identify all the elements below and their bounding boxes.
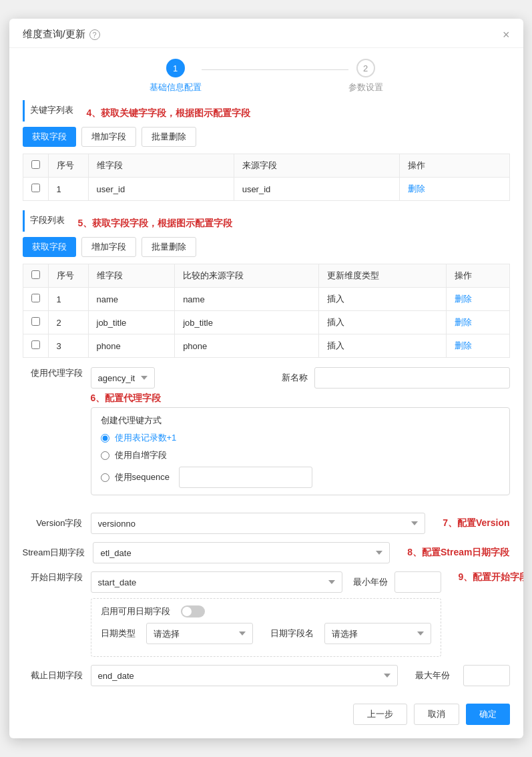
min-year-label: 最小年份: [353, 576, 388, 588]
end-date-label: 截止日期字段: [23, 670, 83, 682]
keyword-select-all[interactable]: [31, 160, 40, 169]
field-col-compare: 比较的来源字段: [175, 264, 318, 288]
keyword-add-button[interactable]: 增加字段: [81, 127, 136, 147]
step-2: 2 参数设置: [348, 59, 383, 93]
step-1-circle: 1: [166, 59, 185, 77]
date-type-select[interactable]: 请选择: [146, 623, 253, 644]
field-fetch-button[interactable]: 获取字段: [23, 237, 76, 257]
start-date-label: 开始日期字段: [23, 571, 83, 583]
max-year-label: 最大年份: [415, 670, 450, 682]
field-row3-delete[interactable]: 删除: [455, 340, 472, 350]
keyword-col-num: 序号: [48, 154, 88, 178]
field-row1-delete[interactable]: 删除: [455, 294, 472, 304]
field-row3-dim: phone: [88, 334, 175, 358]
field-add-button[interactable]: 增加字段: [81, 237, 136, 257]
annotation-4: 4、获取关键字字段，根据图示配置字段: [87, 107, 251, 119]
field-col-action: 操作: [446, 264, 509, 288]
field-batch-delete-button[interactable]: 批量删除: [142, 237, 196, 257]
keyword-section: 关键字列表 4、获取关键字字段，根据图示配置字段 获取字段 增加字段 批量删除 …: [23, 100, 510, 201]
keyword-row-checkbox[interactable]: [31, 184, 40, 192]
field-btn-group: 获取字段 增加字段 批量删除: [23, 237, 510, 257]
keyword-table-row: 1 user_id user_id 删除: [23, 178, 509, 201]
step-1: 1 基础信息配置: [150, 59, 202, 93]
proxy-creation-label: 创建代理键方式: [101, 415, 500, 427]
field-row3-num: 3: [48, 334, 88, 358]
enable-date-label: 启用可用日期字段: [101, 605, 170, 617]
proxy-new-name-label: 新名称: [282, 372, 308, 384]
date-type-row: 日期类型 请选择 日期字段名 请选择: [101, 623, 431, 644]
field-row1-num: 1: [48, 288, 88, 311]
step-1-label: 基础信息配置: [150, 81, 202, 93]
proxy-new-name-input[interactable]: [314, 367, 510, 389]
proxy-radio-3[interactable]: [101, 473, 109, 482]
dialog-footer: 上一步 取消 确定: [9, 694, 523, 725]
start-date-select[interactable]: start_date: [91, 571, 342, 593]
close-button[interactable]: ×: [503, 29, 510, 41]
proxy-option-2[interactable]: 使用自增字段: [101, 449, 500, 461]
field-row2-checkbox[interactable]: [31, 317, 40, 326]
confirm-button[interactable]: 确定: [466, 704, 510, 725]
field-table-row-2: 2 job_title job_title 插入 删除: [23, 311, 509, 334]
keyword-delete-link[interactable]: 删除: [408, 184, 425, 194]
dialog-title: 维度查询/更新 ?: [23, 28, 100, 41]
annotation-9: 9、配置开始字段和截止日期字段: [459, 571, 523, 583]
field-row2-dim: job_title: [88, 311, 175, 334]
min-year-input[interactable]: 1900: [394, 571, 441, 593]
version-field-select[interactable]: versionno: [91, 513, 426, 534]
date-field-name-select[interactable]: 请选择: [324, 623, 431, 644]
proxy-field-select[interactable]: agency_it: [91, 367, 155, 389]
field-row2-compare: job_title: [175, 311, 318, 334]
title-text: 维度查询/更新: [23, 28, 85, 41]
end-date-row: 截止日期字段 end_date 最大年份 2199: [23, 665, 510, 686]
step-line: [202, 69, 348, 70]
proxy-option-3[interactable]: 使用sequence: [101, 467, 500, 488]
keyword-col-action: 操作: [400, 154, 510, 178]
stream-date-label: Stream日期字段: [23, 547, 85, 559]
field-col-num: 序号: [48, 264, 88, 288]
keyword-fetch-button[interactable]: 获取字段: [23, 127, 76, 147]
step-2-label: 参数设置: [348, 81, 383, 93]
enable-date-box: 启用可用日期字段 日期类型 请选择 日期字段名 请选择: [91, 598, 441, 657]
max-year-input[interactable]: 2199: [463, 665, 510, 686]
field-row3-checkbox[interactable]: [31, 340, 40, 349]
field-select-all[interactable]: [31, 270, 40, 279]
toggle-slider: [181, 605, 205, 617]
keyword-row-source: user_id: [234, 178, 399, 201]
version-field-label: Version字段: [23, 517, 83, 529]
prev-step-button[interactable]: 上一步: [353, 704, 407, 725]
keyword-row-action: 删除: [400, 178, 510, 201]
date-field-name-label: 日期字段名: [270, 627, 314, 640]
proxy-option-1-label: 使用表记录数+1: [115, 432, 177, 444]
enable-date-toggle[interactable]: [181, 605, 205, 617]
keyword-btn-group: 获取字段 增加字段 批量删除: [23, 127, 510, 147]
proxy-radio-1[interactable]: [101, 434, 109, 443]
field-row3-compare: phone: [175, 334, 318, 358]
stream-date-select[interactable]: etl_date: [93, 542, 390, 563]
field-row1-dim: name: [88, 288, 175, 311]
field-row1-update-type: 插入: [318, 288, 446, 311]
proxy-option-2-label: 使用自增字段: [115, 449, 167, 461]
proxy-radio-group: 使用表记录数+1 使用自增字段 使用sequence: [101, 432, 500, 488]
end-date-select[interactable]: end_date: [91, 665, 398, 686]
help-icon[interactable]: ?: [89, 29, 100, 40]
proxy-sequence-input[interactable]: [179, 467, 312, 488]
field-section-header: 字段列表 5、获取字段字段，根据图示配置字段: [23, 210, 510, 237]
keyword-batch-delete-button[interactable]: 批量删除: [142, 127, 196, 147]
dialog-body: 关键字列表 4、获取关键字字段，根据图示配置字段 获取字段 增加字段 批量删除 …: [9, 100, 523, 694]
field-table: 序号 维字段 比较的来源字段 更新维度类型 操作 1 name name 插入: [23, 264, 510, 358]
proxy-radio-2[interactable]: [101, 451, 109, 460]
annotation-7: 7、配置Version: [443, 517, 509, 529]
field-section: 字段列表 5、获取字段字段，根据图示配置字段 获取字段 增加字段 批量删除 序号…: [23, 210, 510, 358]
cancel-button[interactable]: 取消: [414, 704, 459, 725]
field-row2-update-type: 插入: [318, 311, 446, 334]
keyword-col-source: 来源字段: [234, 154, 399, 178]
keyword-row-dim: user_id: [88, 178, 234, 201]
field-row2-delete[interactable]: 删除: [455, 317, 472, 327]
keyword-section-header: 关键字列表 4、获取关键字字段，根据图示配置字段: [23, 100, 510, 127]
keyword-section-title: 关键字列表: [23, 100, 73, 121]
field-row1-checkbox[interactable]: [31, 294, 40, 302]
proxy-option-1[interactable]: 使用表记录数+1: [101, 432, 500, 444]
enable-date-row: 启用可用日期字段: [101, 605, 431, 617]
field-table-row-3: 3 phone phone 插入 删除: [23, 334, 509, 358]
keyword-col-dim: 维字段: [88, 154, 234, 178]
